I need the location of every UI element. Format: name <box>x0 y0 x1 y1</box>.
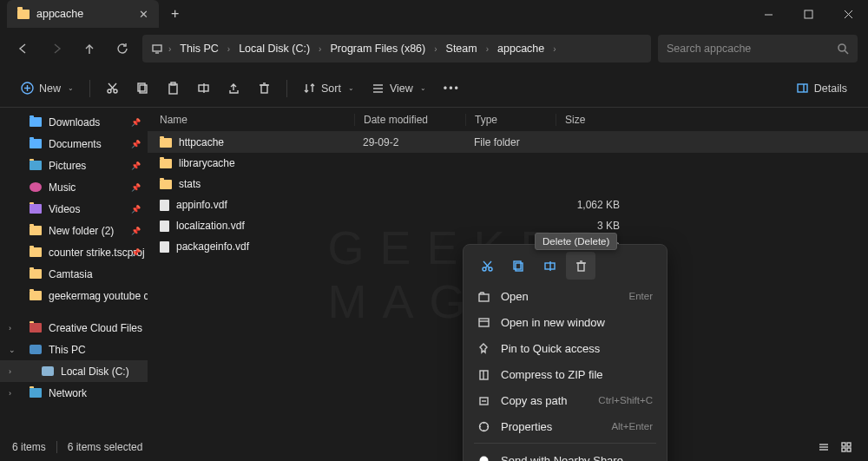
svg-rect-43 <box>479 294 489 301</box>
ctx-rename-icon[interactable] <box>535 252 564 280</box>
chevron-icon: ⌄ <box>9 346 16 354</box>
pin-icon: 📌 <box>131 118 141 127</box>
ctx-pin-to-quick-access[interactable]: Pin to Quick access <box>467 335 663 361</box>
file-icon <box>160 241 169 253</box>
sidebar-item[interactable]: Downloads📌 <box>0 111 148 133</box>
sidebar-icon <box>30 291 42 300</box>
sidebar-icon <box>30 139 42 148</box>
sidebar-item[interactable]: geekermag youtube cha <box>0 285 148 306</box>
share-icon <box>477 454 490 462</box>
back-button[interactable] <box>10 36 36 62</box>
file-list: Name Date modified Type Size httpcache29… <box>148 108 868 440</box>
view-grid-icon[interactable] <box>837 439 856 455</box>
ctx-copy-as-path[interactable]: Copy as pathCtrl+Shift+C <box>467 387 663 413</box>
ctx-send-with-nearby-share[interactable]: Send with Nearby Share <box>467 447 663 461</box>
copy-button[interactable] <box>129 76 156 102</box>
search-placeholder: Search appcache <box>667 43 838 55</box>
table-row[interactable]: stats <box>148 174 868 194</box>
sidebar-item[interactable]: ›Local Disk (C:) <box>0 360 148 382</box>
col-type[interactable]: Type <box>465 114 556 126</box>
maximize-button[interactable] <box>788 0 828 28</box>
svg-rect-58 <box>847 443 851 446</box>
bc-item[interactable]: Steam <box>441 39 483 58</box>
path-icon <box>477 394 490 407</box>
sidebar-item[interactable]: New folder (2)📌 <box>0 220 148 241</box>
breadcrumb[interactable]: › This PC› Local Disk (C:)› Program File… <box>142 35 651 63</box>
view-list-icon[interactable] <box>814 439 833 455</box>
refresh-button[interactable] <box>109 36 135 62</box>
ctx-delete-icon[interactable] <box>566 252 595 280</box>
search-icon <box>838 43 849 55</box>
new-button[interactable]: New⌄ <box>14 76 81 102</box>
sidebar-item[interactable]: Music📌 <box>0 176 148 198</box>
minimize-button[interactable] <box>748 0 788 28</box>
svg-rect-30 <box>798 84 807 92</box>
delete-button[interactable] <box>251 76 278 102</box>
sidebar-item[interactable]: Camtasia <box>0 263 148 285</box>
svg-rect-57 <box>842 443 845 446</box>
sidebar-icon <box>30 269 42 279</box>
window-controls <box>748 0 868 28</box>
ctx-open[interactable]: OpenEnter <box>467 283 663 309</box>
bc-item[interactable]: This PC <box>174 39 223 58</box>
pin-icon: 📌 <box>131 227 141 235</box>
ctx-compress-to-zip-file[interactable]: Compress to ZIP file <box>467 361 663 387</box>
sidebar-item[interactable]: ›Creative Cloud Files <box>0 317 148 339</box>
sidebar-icon <box>30 182 42 192</box>
tab[interactable]: appcache ✕ <box>7 0 159 28</box>
search-box[interactable]: Search appcache <box>658 35 858 63</box>
view-button[interactable]: View⌄ <box>365 76 433 102</box>
ctx-cut-icon[interactable] <box>472 252 502 280</box>
more-button[interactable]: ••• <box>437 76 467 102</box>
table-row[interactable]: appinfo.vdf1,062 KB <box>148 194 868 215</box>
cut-button[interactable] <box>99 76 126 102</box>
table-row[interactable]: httpcache29-09-2File folder <box>148 132 868 153</box>
svg-rect-40 <box>578 263 584 271</box>
column-headers[interactable]: Name Date modified Type Size <box>148 108 868 132</box>
sidebar-item[interactable]: ⌄This PC <box>0 339 148 360</box>
rename-button[interactable] <box>190 76 217 102</box>
title-bar: appcache ✕ + <box>0 0 868 28</box>
new-tab-button[interactable]: + <box>171 6 179 22</box>
paste-button[interactable] <box>160 76 187 102</box>
svg-rect-1 <box>805 10 812 18</box>
col-date[interactable]: Date modified <box>354 114 465 126</box>
context-menu: OpenEnterOpen in new windowPin to Quick … <box>463 244 667 461</box>
ctx-copy-icon[interactable] <box>503 252 533 280</box>
sidebar-icon <box>30 247 42 257</box>
bc-item[interactable]: Local Disk (C:) <box>233 39 315 58</box>
col-size[interactable]: Size <box>556 114 620 126</box>
up-button[interactable] <box>76 36 102 62</box>
sidebar-item[interactable]: ›Network <box>0 382 148 404</box>
sort-button[interactable]: Sort⌄ <box>296 76 361 102</box>
svg-rect-44 <box>479 319 489 326</box>
sidebar-item[interactable]: Documents📌 <box>0 133 148 155</box>
toolbar: New⌄ Sort⌄ View⌄ ••• Details <box>0 69 868 108</box>
svg-rect-22 <box>261 85 267 93</box>
pin-icon: 📌 <box>131 140 141 148</box>
sidebar-item[interactable]: Pictures📌 <box>0 155 148 176</box>
table-row[interactable]: localization.vdf3 KB <box>148 215 868 236</box>
ctx-properties[interactable]: PropertiesAlt+Enter <box>467 413 663 439</box>
share-button[interactable] <box>220 76 247 102</box>
chevron-icon: › <box>9 324 11 333</box>
bc-item[interactable]: Program Files (x86) <box>325 39 431 58</box>
details-pane-button[interactable]: Details <box>789 76 854 102</box>
bc-item[interactable]: appcache <box>492 39 549 58</box>
ctx-open-in-new-window[interactable]: Open in new window <box>467 309 663 335</box>
chevron-icon: › <box>9 367 11 376</box>
close-tab-icon[interactable]: ✕ <box>139 8 148 21</box>
status-count: 6 items <box>12 441 46 453</box>
svg-rect-5 <box>153 45 161 51</box>
folder-icon <box>17 10 30 19</box>
table-row[interactable]: librarycache <box>148 153 868 174</box>
forward-button[interactable] <box>43 36 69 62</box>
col-name[interactable]: Name <box>160 114 354 126</box>
svg-rect-60 <box>847 448 851 451</box>
pc-icon <box>149 36 165 62</box>
sidebar-item[interactable]: counter strike.tscproj📌 <box>0 241 148 263</box>
close-window-button[interactable] <box>828 0 868 28</box>
sidebar-item[interactable]: Videos📌 <box>0 198 148 220</box>
sidebar-icon <box>30 204 42 214</box>
svg-line-8 <box>845 50 848 54</box>
